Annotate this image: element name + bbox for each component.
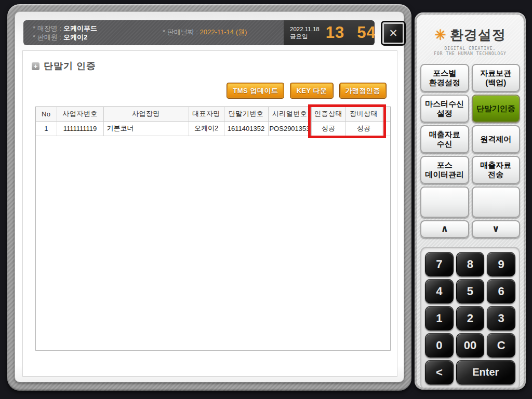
sidebar-menu: 포스별 환경설정 자료보관 (백업) 마스터수신 설정 단말기인증 매출자료 수… (420, 64, 520, 238)
store-name-label: * 매장명 : (33, 24, 61, 33)
cell-spacer (382, 121, 390, 136)
menu-page-down-button[interactable]: ∨ (472, 220, 521, 238)
table-row[interactable]: 1 1111111119 기본코너 오케이2 1611401352 POS290… (36, 121, 390, 136)
col-device-status: 장비상태 (345, 107, 382, 121)
col-spacer (382, 107, 390, 121)
main-window-panel: * 매장명 : 오케이푸드 * 판매원 : 오케이2 * 판매날짜 : 2022… (15, 11, 404, 382)
flower-logo-icon: ✳ (434, 28, 446, 42)
col-owner: 대표자명 (189, 107, 224, 121)
key-backspace[interactable]: < (425, 360, 454, 384)
col-serial-no: 시리얼번호 (268, 107, 311, 121)
key-2[interactable]: 2 (456, 306, 485, 330)
sidebar-frame: ✳ 환경설정 DIGITAL CREATIVE. FOR THE HUMAN T… (415, 12, 526, 390)
key-7[interactable]: 7 (425, 252, 454, 276)
page-title-text: 단말기 인증 (44, 60, 96, 72)
menu-page-up-button[interactable]: ∧ (420, 220, 469, 238)
key-00[interactable]: 00 (456, 333, 485, 357)
menu-sales-send[interactable]: 매출자료 전송 (472, 156, 521, 184)
store-info-bar: * 매장명 : 오케이푸드 * 판매원 : 오케이2 * 판매날짜 : 2022… (23, 20, 375, 45)
sale-date-value: 2022-11-14 (월) (200, 28, 247, 36)
clock-hour: 13 (326, 23, 344, 42)
sidebar-header: ✳ 환경설정 DIGITAL CREATIVE. FOR THE HUMAN T… (417, 15, 524, 57)
key-0[interactable]: 0 (425, 333, 454, 357)
menu-blank-right (472, 187, 521, 218)
menu-master-receive[interactable]: 마스터수신 설정 (420, 95, 469, 123)
action-button-row: TMS 업데이트 KEY 다운 가맹점인증 (227, 83, 387, 99)
clock-time: 13 54 (326, 23, 375, 42)
cell-owner: 오케이2 (189, 121, 224, 136)
cell-no: 1 (36, 121, 57, 136)
numeric-keypad: 7 8 9 4 5 6 1 2 3 0 00 C < Enter (420, 247, 520, 388)
cell-serial-no: POS2901353 (268, 121, 311, 136)
sidebar-title: 환경설정 (450, 26, 506, 44)
menu-data-backup[interactable]: 자료보관 (백업) (472, 64, 521, 92)
clock-date: 2022.11.18 금요일 (290, 25, 320, 40)
key-enter[interactable]: Enter (456, 360, 515, 384)
col-terminal-no: 단말기번호 (224, 107, 268, 121)
store-name-value: 오케이푸드 (63, 24, 97, 33)
key-4[interactable]: 4 (425, 279, 454, 303)
col-business-name: 사업장명 (103, 107, 189, 121)
clock-minute: 54 (357, 23, 375, 42)
clerk-label: * 판매원 : (33, 33, 61, 42)
col-auth-status: 인증상태 (311, 107, 345, 121)
tms-update-button[interactable]: TMS 업데이트 (227, 83, 284, 99)
chevron-down-icon: ∨ (492, 223, 500, 235)
key-6[interactable]: 6 (487, 279, 515, 303)
key-clear[interactable]: C (487, 333, 515, 357)
cell-business-no: 1111111119 (57, 121, 103, 136)
menu-terminal-auth[interactable]: 단말기인증 (472, 95, 521, 123)
clock-panel: 2022.11.18 금요일 13 54 (284, 20, 375, 45)
menu-blank-left (420, 187, 469, 218)
close-button[interactable]: ✕ (382, 22, 404, 44)
clerk-value: 오케이2 (63, 33, 87, 42)
close-icon: ✕ (389, 27, 398, 39)
col-no: No (36, 107, 57, 121)
menu-pos-data-manage[interactable]: 포스 데이터관리 (420, 156, 469, 184)
cell-business-name: 기본코너 (103, 121, 189, 136)
sidebar-subtitle: DIGITAL CREATIVE. FOR THE HUMAN TECHNOLO… (417, 46, 524, 57)
menu-sales-receive[interactable]: 매출자료 수신 (420, 125, 469, 153)
key-9[interactable]: 9 (487, 252, 515, 276)
col-business-no: 사업자번호 (57, 107, 103, 121)
table-header-row: No 사업자번호 사업장명 대표자명 단말기번호 시리얼번호 인증상태 장비상태 (36, 107, 390, 121)
key-1[interactable]: 1 (425, 306, 454, 330)
cell-device-status: 성공 (345, 121, 382, 136)
menu-pos-env-settings[interactable]: 포스별 환경설정 (420, 64, 469, 92)
terminal-table: No 사업자번호 사업장명 대표자명 단말기번호 시리얼번호 인증상태 장비상태 (35, 107, 391, 351)
key-download-button[interactable]: KEY 다운 (290, 83, 333, 99)
menu-remote-control[interactable]: 원격제어 (472, 125, 521, 153)
chevron-up-icon: ∧ (441, 223, 448, 235)
page-title: + 단말기 인증 (32, 60, 96, 72)
key-3[interactable]: 3 (487, 306, 515, 330)
merchant-auth-button[interactable]: 가맹점인증 (339, 83, 387, 99)
cell-auth-status: 성공 (311, 121, 345, 136)
content-area: + 단말기 인증 TMS 업데이트 KEY 다운 가맹점인증 No (22, 50, 397, 377)
plus-icon: + (32, 62, 39, 70)
key-8[interactable]: 8 (456, 252, 485, 276)
store-info: * 매장명 : 오케이푸드 * 판매원 : 오케이2 (33, 24, 97, 42)
main-window-frame: * 매장명 : 오케이푸드 * 판매원 : 오케이2 * 판매날짜 : 2022… (7, 4, 411, 391)
sale-date: * 판매날짜 : 2022-11-14 (월) (163, 28, 247, 37)
key-5[interactable]: 5 (456, 279, 485, 303)
cell-terminal-no: 1611401352 (224, 121, 268, 136)
sidebar-panel: ✳ 환경설정 DIGITAL CREATIVE. FOR THE HUMAN T… (417, 15, 524, 388)
